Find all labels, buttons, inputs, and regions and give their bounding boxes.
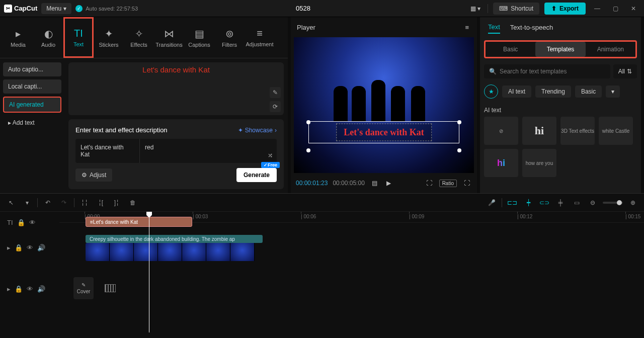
zoom-fit-icon[interactable]: ⊕: [627, 197, 639, 209]
local-captions-button[interactable]: Local capti...: [3, 79, 61, 94]
template-item[interactable]: ⊘: [484, 117, 518, 145]
redo-button[interactable]: ↷: [58, 197, 70, 209]
zoom-slider[interactable]: [603, 202, 623, 204]
chip-more[interactable]: ▾: [606, 86, 620, 98]
video-clip[interactable]: [86, 243, 263, 261]
align-icon[interactable]: ╪: [554, 197, 567, 209]
eye-icon[interactable]: 👁: [27, 285, 33, 293]
refresh-icon[interactable]: ⟳: [270, 101, 281, 112]
chip-aitext[interactable]: AI text: [502, 86, 531, 98]
search-input[interactable]: 🔍 Search for text templates: [484, 64, 610, 78]
mute-icon[interactable]: 🔊: [37, 285, 45, 293]
eye-icon[interactable]: 👁: [29, 219, 36, 226]
player-title: Player: [297, 24, 315, 31]
focus-icon[interactable]: ⛶: [424, 179, 434, 188]
tool-tab-stickers[interactable]: ✦Stickers: [94, 17, 124, 58]
tab-text[interactable]: Text: [488, 21, 500, 34]
zoom-out-icon[interactable]: ⊖: [587, 197, 599, 209]
list-icon[interactable]: ▤: [370, 179, 379, 188]
search-icon: 🔍: [489, 68, 497, 75]
maximize-button[interactable]: ▢: [609, 2, 622, 15]
text-overlay[interactable]: Let's dance with Kat: [336, 124, 432, 141]
ratio-button[interactable]: Ratio: [439, 180, 457, 187]
lock-icon[interactable]: 🔒: [15, 244, 23, 251]
eye-icon[interactable]: 👁: [27, 244, 33, 251]
time-total: 00:00:05:00: [333, 180, 364, 187]
showcase-link[interactable]: ✦ Showcase ›: [238, 127, 277, 134]
pencil-icon: ✎: [82, 282, 86, 288]
player-viewport[interactable]: Let's dance with Kat: [294, 37, 474, 173]
shuffle-icon[interactable]: ⤮: [268, 152, 273, 159]
tool-tab-audio[interactable]: ◐Audio: [33, 17, 63, 58]
auto-captions-button[interactable]: Auto captio...: [3, 62, 61, 76]
mic-icon[interactable]: 🎤: [486, 197, 498, 209]
menu-button[interactable]: Menu▾: [41, 3, 71, 14]
template-item[interactable]: 3D Text effects: [560, 117, 595, 145]
tool-tab-media[interactable]: ▸Media: [3, 17, 33, 58]
delete-tool[interactable]: 🗑: [127, 197, 139, 209]
keyboard-icon: ⌨: [499, 5, 508, 12]
free-badge: ✓Free: [261, 162, 280, 168]
edit-icon[interactable]: ✎: [270, 87, 281, 98]
filter-all-button[interactable]: All ⇅: [613, 64, 637, 78]
template-item[interactable]: white Castle: [599, 117, 633, 145]
layout-icon[interactable]: ▦ ▾: [468, 4, 482, 13]
template-item[interactable]: hi: [522, 117, 556, 145]
export-button[interactable]: ⬆ Export: [544, 3, 586, 15]
add-text-button[interactable]: ▸ Add text: [3, 116, 61, 130]
adjust-button[interactable]: ⚙ Adjust: [75, 168, 112, 182]
split-tool[interactable]: ╎╎: [78, 197, 91, 209]
minimize-button[interactable]: —: [591, 2, 604, 15]
lock-icon[interactable]: 🔒: [17, 219, 25, 226]
template-item[interactable]: hi: [484, 149, 518, 177]
check-icon: ✓: [75, 5, 83, 12]
cursor-tool[interactable]: ↖: [5, 197, 17, 209]
trim-left-tool[interactable]: ╎[: [95, 197, 107, 209]
time-current: 00:00:01:23: [296, 180, 328, 187]
tool-tab-filters[interactable]: ⊚Filters: [214, 17, 245, 58]
trim-right-tool[interactable]: ]╎: [111, 197, 123, 209]
desc-title: Enter text and effect description: [75, 126, 168, 134]
project-title: 0528: [142, 5, 464, 12]
subtab-templates[interactable]: Templates: [535, 42, 585, 57]
text-track-icon: TI: [7, 219, 13, 226]
fullscreen-icon[interactable]: ⛶: [462, 179, 472, 188]
ai-generated-button[interactable]: AI generated: [3, 97, 61, 113]
lock-icon[interactable]: 🔒: [15, 285, 23, 293]
text-clip[interactable]: ≡ Let's dance with Kat: [86, 217, 192, 227]
chip-trending[interactable]: Trending: [535, 86, 571, 98]
film-icon[interactable]: [105, 284, 116, 292]
auto-snap-icon[interactable]: ┿: [522, 197, 534, 209]
subtabs-highlight: Basic Templates Animation: [484, 40, 637, 58]
undo-button[interactable]: ↶: [42, 197, 54, 209]
play-button[interactable]: ▶: [384, 179, 393, 188]
shortcut-button[interactable]: ⌨ Shortcut: [493, 3, 539, 15]
cursor-dropdown[interactable]: ▾: [21, 197, 33, 209]
autosave-status: ✓ Auto saved: 22:57:53: [75, 5, 138, 12]
video-label: Creepy silhouette in the dark abandoned …: [86, 235, 263, 243]
subtab-animation[interactable]: Animation: [586, 42, 635, 57]
tool-tab-captions[interactable]: ▤Captions: [184, 17, 214, 58]
tab-tts[interactable]: Text-to-speech: [510, 22, 553, 33]
style-input[interactable]: red ⤮: [140, 139, 277, 163]
text-input[interactable]: Let's dance with Kat: [75, 139, 140, 163]
mute-icon[interactable]: 🔊: [37, 244, 45, 251]
tool-tab-effects[interactable]: ✧Effects: [124, 17, 154, 58]
close-button[interactable]: ✕: [627, 2, 640, 15]
link-icon[interactable]: ⊂⊃: [538, 197, 550, 209]
tool-tab-adjustment[interactable]: ≡Adjustment: [245, 17, 275, 58]
preview-icon[interactable]: ▭: [571, 197, 583, 209]
favorites-chip[interactable]: ★: [484, 84, 498, 99]
main-track-icon: ▸: [7, 285, 11, 293]
tool-tab-text[interactable]: TIText: [63, 17, 94, 58]
cover-button[interactable]: ✎ Cover: [73, 277, 94, 299]
tool-tab-transitions[interactable]: ⋈Transitions: [154, 17, 184, 58]
app-logo: ✂ CapCut: [4, 5, 37, 13]
generate-button[interactable]: ✓Free Generate: [236, 168, 277, 182]
magnet-on-icon[interactable]: ⊏⊐: [506, 197, 518, 209]
player-menu-icon[interactable]: ≡: [463, 23, 471, 32]
video-track-icon: ▸: [7, 244, 11, 251]
template-item[interactable]: how are you: [522, 149, 556, 177]
subtab-basic[interactable]: Basic: [486, 42, 535, 57]
chip-basic[interactable]: Basic: [575, 86, 602, 98]
